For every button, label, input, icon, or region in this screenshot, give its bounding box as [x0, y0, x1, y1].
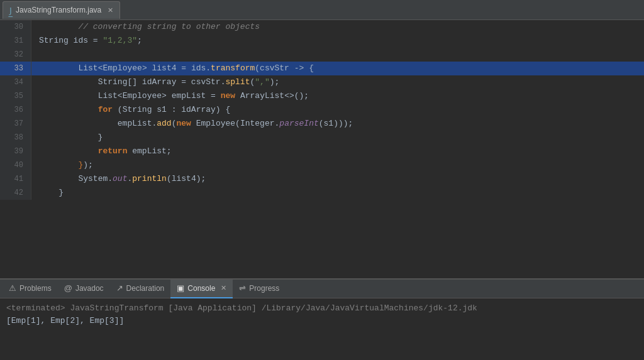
tab-declaration[interactable]: ↗ Declaration	[110, 280, 171, 298]
console-output: <terminated> JavaStringTransform [Java A…	[0, 298, 644, 360]
console-icon: ▣	[177, 283, 184, 293]
code-line-36: 36 for (String s1 : idArray) {	[0, 103, 644, 117]
tab-progress-label: Progress	[249, 284, 279, 293]
line-num-42: 42	[0, 186, 31, 200]
code-line-40: 40 });	[0, 158, 644, 172]
line-num-40: 40	[0, 158, 31, 172]
progress-icon: ⇌	[239, 283, 246, 293]
line-num-33: 33	[0, 62, 31, 75]
tab-progress[interactable]: ⇌ Progress	[233, 280, 286, 298]
line-content-35: List<Employee> empList = new ArrayList<>…	[31, 89, 309, 103]
code-line-38: 38 }	[0, 131, 644, 145]
line-num-34: 34	[0, 75, 31, 89]
code-lines: 30 // converting string to other objects…	[0, 20, 644, 200]
line-num-30: 30	[0, 20, 31, 34]
tab-console[interactable]: ▣ Console ✕	[170, 280, 233, 298]
main-layout: J̲ JavaStringTransform.java ✕ 30 // conv…	[0, 0, 644, 360]
console-output-line: [Emp[1], Emp[2], Emp[3]]	[6, 315, 638, 327]
line-num-32: 32	[0, 48, 31, 62]
console-close-icon[interactable]: ✕	[221, 284, 226, 292]
code-editor: 30 // converting string to other objects…	[0, 20, 644, 278]
tab-javadoc[interactable]: @ Javadoc	[58, 280, 110, 298]
java-file-icon: J̲	[9, 6, 12, 15]
code-line-30: 30 // converting string to other objects	[0, 20, 644, 34]
line-content-39: return empList;	[31, 145, 172, 158]
code-line-32: 32	[0, 48, 644, 62]
line-num-36: 36	[0, 103, 31, 117]
line-content-34: String[] idArray = csvStr.split(",");	[31, 75, 279, 89]
line-num-35: 35	[0, 89, 31, 103]
bottom-panel: ⚠ Problems @ Javadoc ↗ Declaration ▣ Con…	[0, 278, 644, 360]
editor-tab-bar: J̲ JavaStringTransform.java ✕	[0, 0, 644, 20]
line-content-40: });	[31, 158, 93, 172]
line-content-37: empList.add(new Employee(Integer.parseIn…	[31, 117, 353, 131]
line-content-32	[31, 48, 44, 62]
javadoc-icon: @	[64, 283, 72, 293]
tab-console-label: Console	[187, 284, 215, 293]
tab-problems[interactable]: ⚠ Problems	[3, 280, 58, 298]
code-line-37: 37 empList.add(new Employee(Integer.pars…	[0, 117, 644, 131]
code-line-31: 31 String ids = "1,2,3";	[0, 34, 644, 48]
line-num-39: 39	[0, 145, 31, 158]
declaration-icon: ↗	[116, 283, 123, 293]
line-content-38: }	[31, 131, 103, 145]
editor-tab[interactable]: J̲ JavaStringTransform.java ✕	[3, 1, 120, 19]
problems-icon: ⚠	[9, 283, 16, 293]
code-line-39: 39 return empList;	[0, 145, 644, 158]
editor-tab-filename: JavaStringTransform.java	[16, 6, 101, 14]
tab-problems-label: Problems	[19, 284, 52, 293]
tab-javadoc-label: Javadoc	[75, 284, 104, 293]
line-content-33: List<Employee> list4 = ids.transform(csv…	[31, 62, 314, 75]
code-line-41: 41 System.out.println(list4);	[0, 172, 644, 186]
code-line-42: 42 }	[0, 186, 644, 200]
line-num-31: 31	[0, 34, 31, 48]
line-content-30: // converting string to other objects	[31, 20, 260, 34]
line-num-38: 38	[0, 131, 31, 145]
line-num-37: 37	[0, 117, 31, 131]
editor-tab-close[interactable]: ✕	[108, 6, 113, 14]
code-line-34: 34 String[] idArray = csvStr.split(",");	[0, 75, 644, 89]
code-line-33: 33 List<Employee> list4 = ids.transform(…	[0, 62, 644, 75]
line-content-41: System.out.println(list4);	[31, 172, 206, 186]
code-line-35: 35 List<Employee> empList = new ArrayLis…	[0, 89, 644, 103]
line-content-36: for (String s1 : idArray) {	[31, 103, 230, 117]
tab-declaration-label: Declaration	[126, 284, 165, 293]
line-content-31: String ids = "1,2,3";	[31, 34, 142, 48]
bottom-tab-bar: ⚠ Problems @ Javadoc ↗ Declaration ▣ Con…	[0, 280, 644, 298]
line-num-41: 41	[0, 172, 31, 186]
line-content-42: }	[31, 186, 64, 200]
console-terminated-line: <terminated> JavaStringTransform [Java A…	[6, 302, 638, 315]
